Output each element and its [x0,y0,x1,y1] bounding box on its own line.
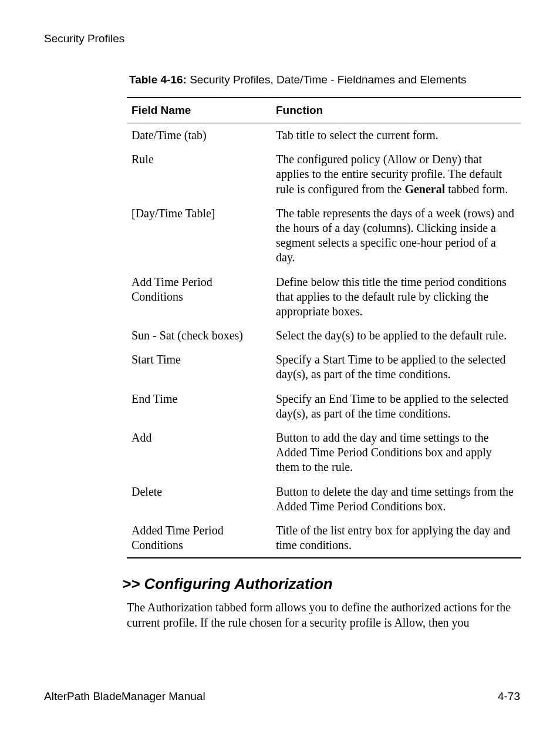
page-footer: AlterPath BladeManager Manual 4-73 [44,690,520,703]
table-row: Add Button to add the day and time setti… [127,426,521,480]
footer-right: 4-73 [498,690,520,703]
function-cell: The table represents the days of a week … [271,201,521,270]
page-header: Security Profiles [44,32,124,45]
table-row: Start Time Specify a Start Time to be ap… [127,348,521,386]
field-cell: Date/Time (tab) [127,123,271,148]
function-cell: Button to add the day and time settings … [271,426,521,480]
function-text-bold: General [404,183,445,196]
field-cell: Added Time Period Conditions [127,519,271,558]
function-cell: Define below this title the time period … [271,270,521,324]
function-text-post: tabbed form. [445,183,508,196]
field-cell: Sun - Sat (check boxes) [127,324,271,348]
function-cell: Tab title to select the current form. [271,123,521,148]
table-row: Delete Button to delete the day and time… [127,480,521,519]
table-row: Add Time Period Conditions Define below … [127,270,521,324]
field-cell: Start Time [127,348,271,386]
table-row: Date/Time (tab) Tab title to select the … [127,123,521,148]
field-cell: Rule [127,147,271,201]
table-row: Sun - Sat (check boxes) Select the day(s… [127,324,521,348]
field-cell: End Time [127,387,271,426]
field-cell: Add [127,426,271,480]
function-cell: The configured policy (Allow or Deny) th… [271,147,521,201]
table-row: Rule The configured policy (Allow or Den… [127,147,521,201]
fieldnames-table: Field Name Function Date/Time (tab) Tab … [127,97,521,558]
body-paragraph: The Authorization tabbed form allows you… [127,600,521,630]
table-caption-text: Security Profiles, Date/Time - Fieldname… [187,73,467,86]
column-header-field: Field Name [127,97,271,123]
footer-left: AlterPath BladeManager Manual [44,690,205,703]
function-cell: Specify a Start Time to be applied to th… [271,348,521,386]
function-cell: Select the day(s) to be applied to the d… [271,324,521,348]
table-row: [Day/Time Table] The table represents th… [127,201,521,270]
function-cell: Button to delete the day and time settin… [271,480,521,519]
field-cell: [Day/Time Table] [127,201,271,270]
column-header-function: Function [271,97,521,123]
function-cell: Specify an End Time to be applied to the… [271,387,521,426]
main-content: Table 4-16: Security Profiles, Date/Time… [127,73,521,631]
table-row: Added Time Period Conditions Title of th… [127,519,521,558]
table-caption: Table 4-16: Security Profiles, Date/Time… [127,73,521,86]
field-cell: Delete [127,480,271,519]
field-cell: Add Time Period Conditions [127,270,271,324]
section-heading: >> Configuring Authorization [122,575,521,593]
table-caption-label: Table 4-16: [129,73,187,86]
table-row: End Time Specify an End Time to be appli… [127,387,521,426]
function-cell: Title of the list entry box for applying… [271,519,521,558]
